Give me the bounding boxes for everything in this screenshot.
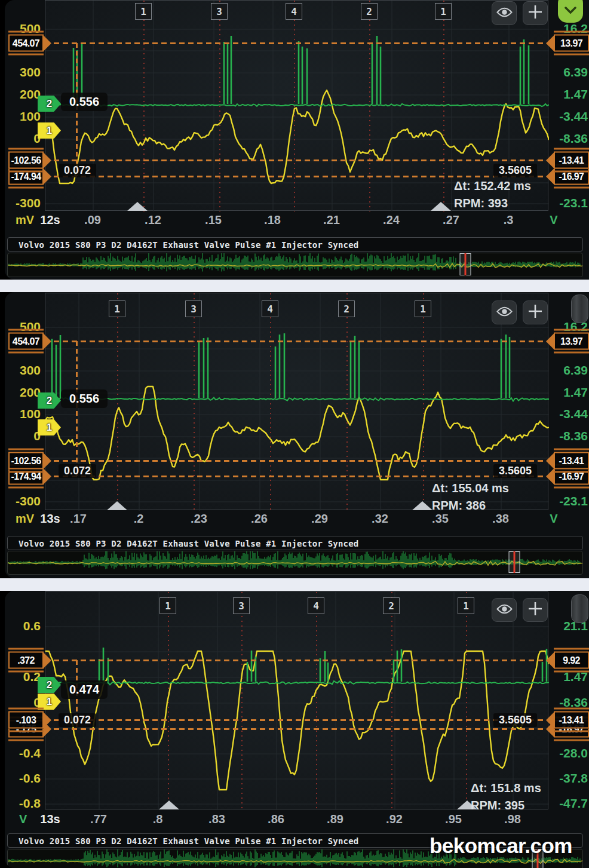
cylinder-badge: 1	[415, 300, 431, 317]
voltage-cursor-right[interactable]: 13.97	[546, 35, 589, 52]
eye-button[interactable]	[492, 598, 517, 622]
y-axis-tick-right: -23.1	[551, 196, 588, 210]
time-cursor-right-label[interactable]: 3.5605	[493, 713, 537, 727]
voltage-cursor-left[interactable]: -102.56	[8, 452, 51, 470]
cursor-arrow-icon	[44, 652, 51, 668]
cursor-arrow-icon	[44, 168, 51, 184]
axis-triangle-marker[interactable]	[431, 202, 451, 211]
x-axis-origin: 12s	[40, 213, 60, 227]
overview-strip[interactable]	[7, 253, 583, 277]
axis-triangle-marker[interactable]	[412, 501, 432, 510]
grid-lines	[45, 592, 549, 810]
axis-triangle-marker[interactable]	[159, 800, 179, 809]
time-cursor-left-label[interactable]: 0.072	[59, 713, 96, 727]
time-cursor-left-label[interactable]: 0.072	[59, 164, 96, 177]
voltage-cursor-left[interactable]: -.103	[8, 711, 51, 729]
axis-triangle-marker[interactable]	[107, 501, 127, 510]
drag-handle-pill[interactable]	[571, 594, 588, 623]
cylinder-badge: 3	[233, 597, 250, 614]
y-axis-tick-right: -8.36	[551, 131, 588, 146]
add-channel-button[interactable]	[523, 300, 548, 324]
add-channel-button[interactable]	[523, 1, 548, 25]
voltage-cursor-right[interactable]: 9.92	[546, 652, 589, 669]
overview-strip[interactable]	[7, 551, 583, 575]
voltage-cursor-right[interactable]: -13.41	[546, 152, 589, 169]
cylinder-badge: 1	[458, 597, 474, 614]
rpm-label: RPM: 386	[432, 497, 509, 514]
x-axis-origin: 13s	[40, 512, 60, 526]
voltage-cursor-line[interactable]	[45, 660, 548, 661]
x-axis-tick: .86	[268, 812, 284, 826]
eye-button[interactable]	[492, 1, 517, 25]
voltage-cursor-left[interactable]: .372	[8, 652, 51, 669]
plus-icon	[527, 601, 543, 619]
x-axis-tick: .27	[443, 213, 459, 227]
scope-panel: Volvo 2015 S80 P3 D2 D4162T Exhaust Valv…	[5, 292, 589, 578]
eye-icon	[496, 7, 513, 20]
drag-handle-pill[interactable]	[571, 295, 588, 323]
eye-button[interactable]	[492, 300, 517, 324]
time-cursor-left-label[interactable]: 0.072	[59, 464, 96, 478]
y-axis-tick-left: -300	[5, 494, 41, 508]
x-axis-tick: .92	[386, 812, 403, 826]
voltage-cursor-line[interactable]	[45, 460, 548, 462]
x-axis-tick: .23	[191, 512, 207, 526]
cursor-arrow-icon	[546, 35, 554, 51]
voltage-cursor-line[interactable]	[45, 719, 548, 721]
plot-area[interactable]	[45, 293, 548, 510]
channel-2-spikes	[99, 648, 549, 682]
y-axis-tick-left: 0	[5, 429, 41, 443]
voltage-cursor-left[interactable]: 454.07	[8, 35, 51, 52]
strip-waveform	[9, 253, 580, 272]
delta-t-label: Δt: 155.04 ms	[432, 480, 509, 497]
y-axis-tick-left: 300	[5, 363, 41, 378]
y-axis-tick-right: 16.2	[551, 22, 588, 36]
x-axis-unit-right: V	[550, 213, 557, 227]
plus-icon	[527, 4, 543, 22]
voltage-cursor-right[interactable]: -13.41	[546, 711, 589, 729]
channel-1-label: 1	[47, 125, 52, 137]
y-axis-tick-right: -3.44	[551, 407, 588, 421]
y-axis-tick-left: -300	[5, 196, 41, 210]
y-axis-tick-right: 1.47	[551, 87, 588, 102]
time-cursor-right-label[interactable]: 3.5605	[493, 164, 537, 177]
waveform-canvas[interactable]	[45, 293, 549, 511]
y-axis-tick-right: -28.0	[551, 746, 588, 760]
plot-area[interactable]	[45, 591, 548, 809]
eye-icon	[496, 306, 513, 320]
voltage-cursor-right[interactable]: 13.97	[546, 333, 589, 350]
voltage-cursor-line[interactable]	[45, 42, 548, 44]
time-cursor-right-label[interactable]: 3.5605	[493, 464, 537, 478]
x-axis-origin: 13s	[40, 812, 60, 826]
voltage-cursor-left[interactable]: -174.94	[8, 468, 51, 485]
cylinder-badge: 4	[308, 597, 324, 614]
voltage-cursor-left[interactable]: 454.07	[8, 333, 51, 350]
voltage-cursor-right[interactable]: -13.41	[546, 452, 589, 470]
delta-t-label: Δt: 152.42 ms	[454, 177, 531, 195]
y-axis-tick-left: -0.6	[5, 771, 41, 786]
cursor-value-box: -13.41	[554, 452, 589, 470]
time-cursor-line[interactable]	[76, 341, 78, 476]
x-axis-tick: .32	[372, 512, 388, 526]
measurement-readout: Δt: 155.04 ms RPM: 386	[432, 480, 509, 514]
x-axis-unit-left: mV	[16, 213, 34, 227]
cylinder-badge: 4	[262, 300, 278, 317]
voltage-cursor-right[interactable]: -16.97	[546, 468, 589, 485]
add-channel-button[interactable]	[523, 598, 548, 622]
x-axis-tick: .12	[145, 213, 161, 227]
expand-button[interactable]	[558, 0, 583, 23]
channel-1-trace	[45, 387, 549, 480]
cursor-value-box: 13.97	[554, 333, 589, 350]
scope-panel: Volvo 2015 S80 P3 D2 D4162T Exhaust Valv…	[5, 0, 589, 280]
waveform-canvas[interactable]	[45, 592, 549, 810]
x-axis-tick: .15	[205, 213, 222, 227]
cursor-arrow-icon	[546, 652, 554, 668]
channel-2-label: 2	[47, 679, 52, 691]
voltage-cursor-line[interactable]	[45, 476, 548, 477]
voltage-cursor-left[interactable]: -102.56	[8, 152, 51, 169]
voltage-cursor-line[interactable]	[45, 341, 548, 342]
voltage-cursor-line[interactable]	[45, 160, 548, 161]
axis-triangle-marker[interactable]	[127, 202, 148, 211]
capture-title: Volvo 2015 S80 P3 D2 D4162T Exhaust Valv…	[19, 836, 359, 846]
voltage-cursor-line[interactable]	[45, 728, 548, 730]
